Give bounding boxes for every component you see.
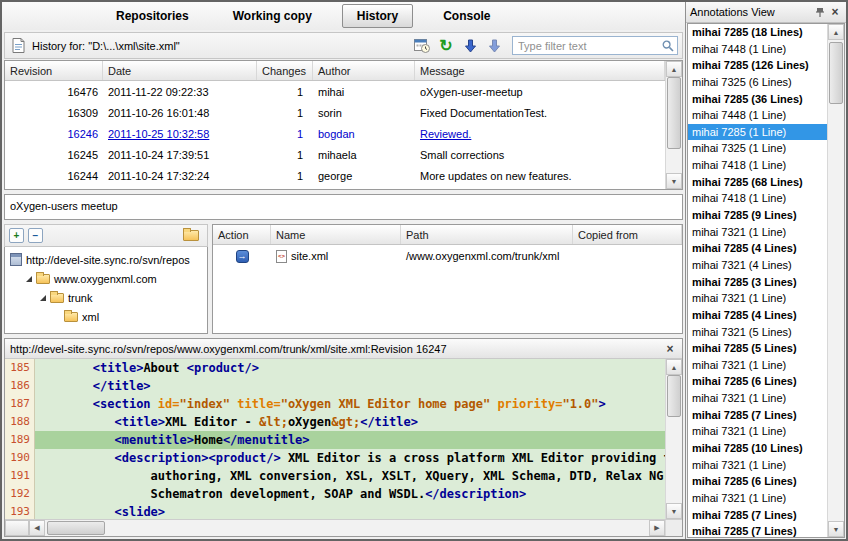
- scroll-up-button[interactable]: ▲: [828, 24, 844, 40]
- tab-console[interactable]: Console: [429, 5, 504, 27]
- scroll-down-button[interactable]: ▼: [828, 521, 844, 537]
- column-header-copied-from[interactable]: Copied from: [573, 225, 682, 244]
- column-header-date[interactable]: Date: [103, 61, 257, 80]
- history-cell: mihaela: [313, 149, 415, 161]
- tab-working-copy[interactable]: Working copy: [219, 5, 326, 27]
- annotation-item[interactable]: mihai 7418 (1 Line): [688, 190, 827, 207]
- scrollbar-thumb[interactable]: [667, 77, 681, 149]
- annotation-item[interactable]: mihai 7285 (6 Lines): [688, 373, 827, 390]
- tree-node[interactable]: http://devel-site.sync.ro/svn/repos: [7, 250, 205, 269]
- close-icon[interactable]: ×: [663, 343, 677, 355]
- annotation-item[interactable]: mihai 7321 (4 Lines): [688, 257, 827, 274]
- action-row[interactable]: →<>site.xml/www.oxygenxml.com/trunk/xml: [213, 245, 682, 267]
- scroll-down-button[interactable]: ▼: [666, 173, 682, 189]
- annotation-item[interactable]: mihai 7321 (1 Line): [688, 290, 827, 307]
- annotation-item[interactable]: mihai 7285 (1 Line): [688, 124, 827, 141]
- tab-repositories[interactable]: Repositories: [102, 5, 203, 27]
- annotation-item[interactable]: mihai 7325 (6 Lines): [688, 74, 827, 91]
- code-horizontal-scrollbar[interactable]: ◀ ▶: [5, 519, 682, 536]
- annotation-item[interactable]: mihai 7285 (5 Lines): [688, 340, 827, 357]
- tab-history[interactable]: History: [342, 4, 413, 28]
- annotation-item[interactable]: mihai 7285 (18 Lines): [688, 24, 827, 41]
- annotation-item[interactable]: mihai 7321 (1 Line): [688, 224, 827, 241]
- expand-all-icon[interactable]: +: [9, 228, 24, 243]
- history-row[interactable]: 162452011-10-24 17:39:511mihaelaSmall co…: [5, 144, 665, 165]
- history-row[interactable]: 164762011-11-22 09:22:331mihaioXygen-use…: [5, 81, 665, 102]
- annotation-item[interactable]: mihai 7285 (7 Lines): [688, 507, 827, 524]
- scrollbar-thumb[interactable]: [667, 375, 681, 417]
- pin-icon[interactable]: [815, 7, 825, 18]
- code-vertical-scrollbar[interactable]: ▲ ▼: [665, 359, 682, 519]
- annotation-item[interactable]: mihai 7285 (10 Lines): [688, 440, 827, 457]
- scrollbar-thumb[interactable]: [47, 521, 105, 535]
- tree-node[interactable]: www.oxygenxml.com: [7, 269, 205, 288]
- history-view: History for: "D:\...\xml\site.xml" ↻: [2, 30, 685, 539]
- tree-node[interactable]: xml: [7, 307, 205, 326]
- annotation-item[interactable]: mihai 7418 (1 Line): [688, 157, 827, 174]
- line-number: 192: [5, 485, 35, 503]
- annotation-item[interactable]: mihai 7321 (1 Line): [688, 490, 827, 507]
- history-cell: 2011-10-24 17:32:24: [103, 170, 257, 182]
- annotations-scrollbar[interactable]: ▲ ▼: [827, 24, 844, 537]
- annotation-item[interactable]: mihai 7285 (6 Lines): [688, 473, 827, 490]
- annotation-item[interactable]: mihai 7321 (1 Line): [688, 457, 827, 474]
- filter-input[interactable]: [512, 36, 678, 55]
- line-number: 188: [5, 413, 35, 431]
- annotation-item[interactable]: mihai 7321 (1 Line): [688, 357, 827, 374]
- annotation-item[interactable]: mihai 7285 (36 Lines): [688, 91, 827, 108]
- annotation-item[interactable]: mihai 7321 (1 Line): [688, 390, 827, 407]
- refresh-icon[interactable]: ↻: [435, 35, 457, 57]
- collapse-all-icon[interactable]: −: [28, 228, 43, 243]
- history-row[interactable]: 163092011-10-26 16:01:481sorinFixed Docu…: [5, 102, 665, 123]
- column-header-action[interactable]: Action: [213, 225, 271, 244]
- history-row[interactable]: 162442011-10-24 17:32:241georgeMore upda…: [5, 165, 665, 186]
- annotation-item[interactable]: mihai 7285 (7 Lines): [688, 407, 827, 424]
- annotation-item[interactable]: mihai 7285 (68 Lines): [688, 174, 827, 191]
- history-cell: 16309: [5, 107, 103, 119]
- column-header-revision[interactable]: Revision: [5, 61, 103, 80]
- expander-icon[interactable]: [37, 295, 49, 301]
- tree-node[interactable]: trunk: [7, 288, 205, 307]
- annotation-item[interactable]: mihai 7285 (7 Lines): [688, 523, 827, 537]
- scroll-up-button[interactable]: ▲: [666, 359, 682, 375]
- history-cell: 1: [257, 128, 313, 140]
- compare-down-icon[interactable]: [459, 35, 481, 57]
- annotation-item[interactable]: mihai 7325 (1 Line): [688, 140, 827, 157]
- history-cell: 1: [257, 170, 313, 182]
- scroll-right-button[interactable]: ▶: [649, 520, 665, 536]
- code-line: 187 <section id="index" title="oXygen XM…: [5, 395, 665, 413]
- column-header-message[interactable]: Message: [415, 61, 665, 80]
- column-header-path[interactable]: Path: [401, 225, 573, 244]
- annotation-item[interactable]: mihai 7285 (3 Lines): [688, 274, 827, 291]
- annotation-item[interactable]: mihai 7321 (5 Lines): [688, 324, 827, 341]
- annotation-item[interactable]: mihai 7448 (1 Line): [688, 107, 827, 124]
- revision-date-icon[interactable]: [411, 35, 433, 57]
- column-header-changes[interactable]: Changes: [257, 61, 313, 80]
- splitter-grip[interactable]: [5, 520, 29, 536]
- diff-title: http://devel-site.sync.ro/svn/repos/www.…: [10, 343, 447, 355]
- annotation-item[interactable]: mihai 7321 (1 Line): [688, 423, 827, 440]
- column-header-name[interactable]: Name: [271, 225, 401, 244]
- scroll-up-button[interactable]: ▲: [666, 61, 682, 77]
- commit-message-box[interactable]: oXygen-users meetup: [4, 194, 683, 220]
- annotation-item[interactable]: mihai 7285 (126 Lines): [688, 57, 827, 74]
- history-table: RevisionDateChangesAuthorMessage 1647620…: [4, 60, 683, 190]
- annotation-item[interactable]: mihai 7285 (4 Lines): [688, 240, 827, 257]
- annotation-item[interactable]: mihai 7448 (1 Line): [688, 41, 827, 58]
- open-folder-icon[interactable]: [183, 230, 199, 241]
- annotation-item[interactable]: mihai 7285 (4 Lines): [688, 307, 827, 324]
- column-header-author[interactable]: Author: [313, 61, 415, 80]
- expander-icon[interactable]: [23, 276, 35, 282]
- close-icon[interactable]: ×: [828, 6, 842, 18]
- history-scrollbar[interactable]: ▲ ▼: [665, 61, 682, 189]
- tree-node-label: http://devel-site.sync.ro/svn/repos: [26, 254, 190, 266]
- code-line: 193 <slide>: [5, 503, 665, 519]
- scroll-down-button[interactable]: ▼: [666, 503, 682, 519]
- history-row[interactable]: 162462011-10-25 10:32:581bogdanReviewed.: [5, 123, 665, 144]
- scrollbar-thumb[interactable]: [829, 42, 843, 104]
- annotation-item[interactable]: mihai 7285 (9 Lines): [688, 207, 827, 224]
- history-cell: 16476: [5, 86, 103, 98]
- name-cell: <>site.xml: [271, 250, 401, 263]
- scroll-left-button[interactable]: ◀: [29, 520, 45, 536]
- get-contents-down-icon[interactable]: [483, 35, 505, 57]
